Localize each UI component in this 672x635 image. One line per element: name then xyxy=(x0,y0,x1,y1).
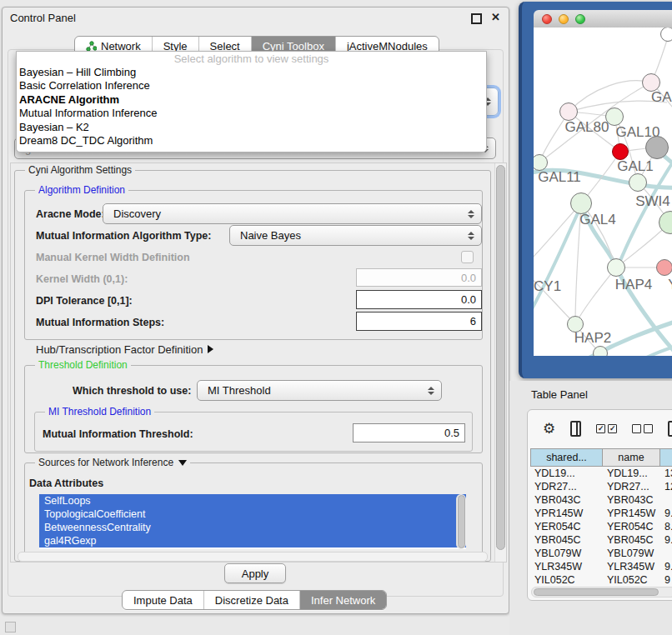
network-node-label: GAL1 xyxy=(617,158,653,175)
column-header[interactable]: name xyxy=(603,448,660,467)
popup-item[interactable]: Bayesian – Hill Climbing xyxy=(17,66,486,79)
popup-placeholder: Select algorithm to view settings xyxy=(17,52,486,66)
list-scrollbar[interactable] xyxy=(456,494,466,549)
close-traffic-light-icon[interactable] xyxy=(542,14,552,24)
table-row[interactable]: YBL079WYBL079W xyxy=(530,547,672,560)
apply-button[interactable]: Apply xyxy=(224,563,286,583)
table-row[interactable]: YBR043CYBR043C xyxy=(530,493,672,507)
table-horizontal-scrollbar[interactable] xyxy=(531,587,672,598)
tab-infer-network[interactable]: Infer Network xyxy=(299,591,386,609)
mi-threshold-field[interactable] xyxy=(353,423,465,442)
dpi-tolerance-label: DPI Tolerance [0,1]: xyxy=(36,295,133,307)
network-view-window[interactable]: GALGAL80GAL10GAL1GAL11GAL4SWI4GCY1HAP4YH… xyxy=(519,2,672,378)
columns-icon[interactable] xyxy=(570,421,581,437)
network-node[interactable] xyxy=(645,136,669,159)
network-node[interactable] xyxy=(656,259,672,276)
network-node[interactable] xyxy=(593,346,608,356)
table-panel: Table Panel ⚙ ✓✓ shared... name xyxy=(509,381,672,635)
table-panel-title: Table Panel xyxy=(531,388,588,401)
table-toolbar: ⚙ ✓✓ xyxy=(528,410,672,447)
aracne-mode-label: Aracne Mode: xyxy=(36,208,105,220)
network-node[interactable] xyxy=(660,28,672,42)
list-item-selected[interactable]: SelfLoops xyxy=(39,494,466,508)
network-node-label: GAL11 xyxy=(538,169,581,186)
which-threshold-combobox[interactable]: MI Threshold xyxy=(197,380,442,401)
network-canvas[interactable]: GALGAL80GAL10GAL1GAL11GAL4SWI4GCY1HAP4YH… xyxy=(534,28,672,356)
network-icon xyxy=(86,41,97,52)
manual-kernel-label: Manual Kernel Width Definition xyxy=(36,252,190,263)
kernel-width-label: Kernel Width (0,1): xyxy=(36,273,128,285)
list-item-selected[interactable]: BetweennessCentrality xyxy=(39,521,466,534)
float-window-icon[interactable] xyxy=(471,13,482,24)
bottom-tab-bar: Impute Data Discretize Data Infer Networ… xyxy=(122,590,387,610)
mi-steps-label: Mutual Information Steps: xyxy=(36,317,164,328)
table-header-row: shared... name xyxy=(530,448,672,467)
tab-impute-data[interactable]: Impute Data xyxy=(123,591,203,609)
mi-type-combobox[interactable]: Naive Bayes xyxy=(229,225,482,246)
network-node-label: GAL xyxy=(651,89,672,106)
table-row[interactable]: YBR045CYBR045C9. xyxy=(530,533,672,547)
mi-type-label: Mutual Information Algorithm Type: xyxy=(36,230,211,242)
control-panel-title: Control Panel xyxy=(10,12,76,24)
group-title: Sources for Network Inference xyxy=(35,457,190,468)
column-header[interactable]: shared... xyxy=(530,448,603,467)
network-window-titlebar[interactable] xyxy=(534,10,672,28)
table-row[interactable]: YDR27...YDR27...12 xyxy=(530,480,672,493)
new-table-icon[interactable] xyxy=(668,421,672,437)
dpi-tolerance-field[interactable] xyxy=(356,290,482,309)
close-icon[interactable]: ✕ xyxy=(491,11,500,23)
network-node[interactable] xyxy=(607,258,625,277)
kernel-width-field[interactable] xyxy=(356,268,482,287)
collapsed-arrow-icon xyxy=(208,345,213,353)
settings-scrollbar[interactable] xyxy=(494,163,506,562)
network-node-label: GAL4 xyxy=(579,212,615,228)
table-row[interactable]: YPR145WYPR145W9. xyxy=(530,507,672,520)
network-node-label: GCY1 xyxy=(534,278,561,295)
popup-item[interactable]: Basic Correlation Inference xyxy=(17,79,486,92)
network-node-label: HAP4 xyxy=(615,277,652,293)
manual-kernel-checkbox[interactable] xyxy=(461,251,474,263)
network-node-label: GAL80 xyxy=(565,119,609,136)
network-node[interactable] xyxy=(605,108,624,126)
window-grip-icon xyxy=(5,622,16,632)
network-node-label: HAP2 xyxy=(574,330,611,347)
network-node[interactable] xyxy=(629,173,647,192)
hub-definition-toggle[interactable]: Hub/Transcription Factor Definition xyxy=(36,343,213,356)
network-node-label: SWI4 xyxy=(635,193,670,210)
tab-discretize-data[interactable]: Discretize Data xyxy=(203,591,299,609)
popup-item[interactable]: Dream8 DC_TDC Algorithm xyxy=(17,134,486,148)
algorithm-dropdown-popup: Select algorithm to view settings Bayesi… xyxy=(16,51,487,152)
expanded-arrow-icon xyxy=(178,460,187,466)
minimize-traffic-light-icon[interactable] xyxy=(559,14,569,24)
spinner-arrows-icon xyxy=(428,387,434,395)
which-threshold-label: Which threshold to use: xyxy=(73,385,191,397)
data-attributes-label: Data Attributes xyxy=(29,478,103,489)
list-item-selected[interactable]: gal4RGexp xyxy=(39,534,466,548)
spinner-arrows-icon xyxy=(468,210,474,218)
network-node-label: Y xyxy=(668,277,672,293)
group-title: Algorithm Definition xyxy=(35,184,128,196)
network-node[interactable] xyxy=(559,102,578,121)
list-item-selected[interactable]: TopologicalCoefficient xyxy=(39,508,466,521)
horizontal-scroll-track[interactable] xyxy=(18,552,488,562)
group-title: MI Threshold Definition xyxy=(45,406,154,418)
table-row[interactable]: YLR345WYLR345W9. xyxy=(530,560,672,573)
zoom-traffic-light-icon[interactable] xyxy=(575,14,585,24)
popup-item[interactable]: Mutual Information Inference xyxy=(17,107,486,120)
select-all-checkboxes-icon[interactable]: ✓✓ xyxy=(596,424,617,433)
group-title: Threshold Definition xyxy=(35,359,131,371)
network-node[interactable] xyxy=(612,143,629,160)
table-box: ⚙ ✓✓ shared... name YDL19...YDL19...13 xyxy=(527,409,672,601)
gear-icon[interactable]: ⚙ xyxy=(543,422,555,436)
deselect-all-checkboxes-icon[interactable] xyxy=(632,424,653,433)
column-header[interactable] xyxy=(660,448,672,467)
table-row[interactable]: YER054CYER054C8. xyxy=(530,520,672,533)
control-panel-window: Control Panel ✕ Network Style Select Cyn… xyxy=(2,7,509,614)
popup-item[interactable]: Bayesian – K2 xyxy=(17,121,486,134)
table-row[interactable]: YIL052CYIL052C9 xyxy=(530,573,672,587)
spinner-arrows-icon xyxy=(468,232,474,240)
mi-steps-field[interactable] xyxy=(356,312,482,331)
aracne-mode-combobox[interactable]: Discovery xyxy=(103,203,482,224)
popup-item-selected[interactable]: ARACNE Algorithm xyxy=(17,93,486,107)
table-row[interactable]: YDL19...YDL19...13 xyxy=(530,467,672,480)
